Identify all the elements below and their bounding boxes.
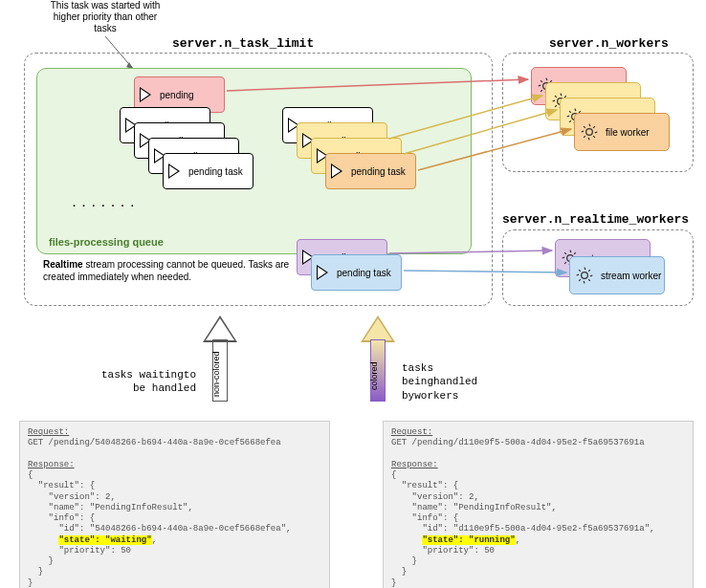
task-label: pending task (188, 166, 243, 177)
realtime-note: Realtime stream processing cannot be que… (43, 258, 292, 283)
waiting-arrow-text: tasks waitingto be handled (96, 368, 196, 396)
gear-icon (580, 122, 599, 142)
stream-worker-blue: stream worker (569, 256, 665, 294)
rt-workers-title: server.n_realtime_workers (502, 212, 689, 227)
task-label: pending (160, 90, 194, 100)
queue-label: files-processing queue (49, 236, 164, 248)
worker-label: file worker (606, 127, 650, 138)
task-label: pending task (351, 166, 406, 177)
code-request-running: Request: GET /pending/d110e9f5-500a-4d04… (383, 421, 694, 588)
running-arrow-text: tasks beinghandled byworkers (402, 361, 507, 403)
main-title: server.n_task_limit (172, 36, 314, 51)
running-arrow-label: colored (369, 361, 379, 390)
workers-title: server.n_workers (549, 36, 669, 51)
pending-task-orange: pending task (325, 153, 416, 189)
code-request-waiting: Request: GET /pending/54048266-b694-440a… (19, 421, 330, 588)
pending-task: pending task (163, 153, 254, 189)
priority-annotation: This task was started with higher priori… (43, 0, 167, 34)
file-worker-orange: file worker (574, 113, 670, 151)
ellipsis: . . . . . . . (73, 197, 136, 208)
waiting-arrow-label: non-colored (211, 351, 221, 397)
realtime-task-blue: pending task (311, 254, 402, 291)
worker-label: stream worker (601, 271, 661, 281)
play-icon (168, 163, 180, 179)
play-icon (331, 163, 342, 179)
play-icon (317, 265, 328, 280)
task-label: pending task (337, 268, 391, 278)
play-icon (140, 87, 151, 102)
gear-icon (575, 266, 594, 285)
